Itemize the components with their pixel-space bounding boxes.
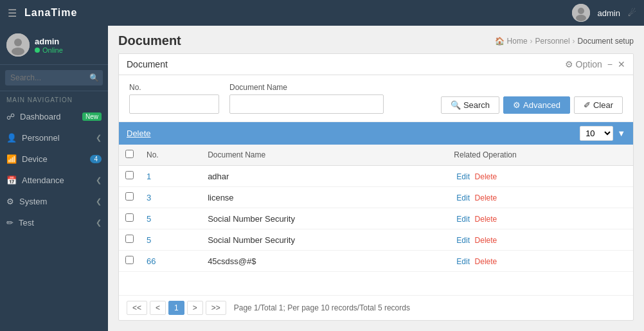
page-title: Document <box>118 33 181 48</box>
option-icon: ⚙ <box>565 59 573 69</box>
cell-no: 5 <box>140 208 201 229</box>
sidebar-user-info: admin Online <box>35 37 63 54</box>
sidebar: admin Online 🔍 MAIN NAVIGATION ☍ Dashboa… <box>0 26 108 331</box>
test-chevron-icon: ❮ <box>96 219 102 227</box>
search-icon: 🔍 <box>89 73 99 82</box>
select-all-checkbox[interactable] <box>125 150 134 158</box>
delete-link[interactable]: Delete <box>475 236 497 245</box>
row-id-link[interactable]: 66 <box>147 256 156 266</box>
edit-link[interactable]: Edit <box>456 257 470 266</box>
delete-button[interactable]: Delete <box>127 129 151 138</box>
no-filter-input[interactable] <box>129 94 219 114</box>
top-navbar: ☰ LanaTime admin ☄ <box>0 0 644 26</box>
breadcrumb-personnel-link[interactable]: Personnel <box>535 37 570 46</box>
sidebar-item-personnel[interactable]: 👤 Personnel ❮ <box>0 127 108 148</box>
cell-operations: Edit Delete <box>447 229 633 251</box>
edit-link[interactable]: Edit <box>456 215 470 224</box>
table-row: 5 Social Number Security Edit Delete <box>119 208 633 229</box>
per-page-select[interactable]: 10 20 50 100 <box>580 126 613 141</box>
clear-button[interactable]: ✐ Clear <box>574 96 623 114</box>
delete-link[interactable]: Delete <box>475 215 497 224</box>
filter-buttons: 🔍 Search ⚙ Advanced ✐ Clear <box>441 96 623 114</box>
navbar-left: ☰ LanaTime <box>8 7 77 19</box>
no-filter-label: No. <box>129 83 219 92</box>
option-button[interactable]: ⚙ Option <box>565 59 602 69</box>
search-btn-icon: 🔍 <box>451 100 461 110</box>
breadcrumb-current: Document setup <box>578 37 634 46</box>
last-page-button[interactable]: >> <box>206 301 226 315</box>
system-icon: ⚙ <box>6 197 14 206</box>
table-toolbar: Delete 10 20 50 100 ▼ <box>119 122 633 145</box>
sidebar-item-device[interactable]: 📶 Device 4 <box>0 148 108 170</box>
sidebar-status: Online <box>35 46 63 54</box>
dashboard-icon: ☍ <box>6 112 15 121</box>
admin-name-label: admin <box>598 8 620 18</box>
cell-operations: Edit Delete <box>447 187 633 208</box>
clear-btn-icon: ✐ <box>584 100 591 110</box>
breadcrumb-home-link[interactable]: Home <box>507 37 528 46</box>
toolbar-right: 10 20 50 100 ▼ <box>580 126 625 141</box>
cell-doc-name: 45csdss@#$ <box>201 251 447 272</box>
row-checkbox[interactable] <box>125 235 134 243</box>
minimize-button[interactable]: − <box>607 59 613 69</box>
sidebar-item-test[interactable]: ✏ Test ❮ <box>0 212 108 233</box>
advanced-btn-icon: ⚙ <box>513 100 521 110</box>
sidebar-label-personnel: Personnel <box>22 133 60 143</box>
row-id-link[interactable]: 5 <box>147 235 151 245</box>
row-checkbox-cell <box>119 187 140 208</box>
table-wrapper: No. Document Name Related Operation 1 ad… <box>119 145 633 295</box>
share-icon[interactable]: ☄ <box>628 8 636 18</box>
svg-point-1 <box>578 8 584 14</box>
prev-page-button[interactable]: < <box>150 301 166 315</box>
breadcrumb: 🏠 Home › Personnel › Document setup <box>495 37 634 46</box>
close-button[interactable]: ✕ <box>618 59 625 69</box>
doc-name-filter-label: Document Name <box>229 83 384 92</box>
row-checkbox[interactable] <box>125 171 134 179</box>
edit-link[interactable]: Edit <box>456 236 470 245</box>
personnel-icon: 👤 <box>6 133 17 143</box>
delete-link[interactable]: Delete <box>475 193 497 202</box>
row-checkbox[interactable] <box>125 213 134 222</box>
doc-name-filter-input[interactable] <box>229 94 384 114</box>
hamburger-icon[interactable]: ☰ <box>8 7 17 19</box>
attendance-chevron-icon: ❮ <box>96 176 102 184</box>
device-icon: 📶 <box>6 154 17 164</box>
search-input[interactable] <box>5 70 103 85</box>
advanced-button[interactable]: ⚙ Advanced <box>503 96 570 114</box>
sidebar-item-dashboard[interactable]: ☍ Dashboard New <box>0 106 108 127</box>
sidebar-badge-device: 4 <box>90 155 102 163</box>
nav-section-label: MAIN NAVIGATION <box>0 91 108 106</box>
row-checkbox[interactable] <box>125 256 134 264</box>
sidebar-item-system[interactable]: ⚙ System ❮ <box>0 191 108 212</box>
sidebar-label-test: Test <box>19 218 34 228</box>
row-checkbox-cell <box>119 208 140 229</box>
row-id-link[interactable]: 3 <box>147 193 151 202</box>
main-content: Document 🏠 Home › Personnel › Document s… <box>108 26 644 331</box>
row-checkbox-cell <box>119 166 140 187</box>
edit-link[interactable]: Edit <box>456 172 470 181</box>
table-row: 66 45csdss@#$ Edit Delete <box>119 251 633 272</box>
first-page-button[interactable]: << <box>127 301 147 315</box>
option-label: Option <box>576 59 602 69</box>
table-header-row: No. Document Name Related Operation <box>119 145 633 166</box>
delete-link[interactable]: Delete <box>475 172 497 181</box>
edit-link[interactable]: Edit <box>456 193 470 202</box>
cell-no: 3 <box>140 187 201 208</box>
page-header: Document 🏠 Home › Personnel › Document s… <box>108 26 644 53</box>
attendance-icon: 📅 <box>6 175 17 185</box>
header-checkbox-cell <box>119 145 140 166</box>
current-page-button[interactable]: 1 <box>168 301 184 315</box>
next-page-button[interactable]: > <box>187 301 203 315</box>
sidebar-item-attendance[interactable]: 📅 Attendance ❮ <box>0 170 108 191</box>
row-checkbox[interactable] <box>125 192 134 201</box>
row-id-link[interactable]: 1 <box>147 172 151 181</box>
no-filter-field: No. <box>129 83 219 114</box>
cell-doc-name: adhar <box>201 166 447 187</box>
cell-doc-name: Social Number Security <box>201 229 447 251</box>
col-doc-name: Document Name <box>201 145 447 166</box>
search-button[interactable]: 🔍 Search <box>441 96 499 114</box>
doc-name-filter-field: Document Name <box>229 83 384 114</box>
card-header: Document ⚙ Option − ✕ <box>119 54 633 75</box>
row-id-link[interactable]: 5 <box>147 214 151 224</box>
delete-link[interactable]: Delete <box>475 257 497 266</box>
